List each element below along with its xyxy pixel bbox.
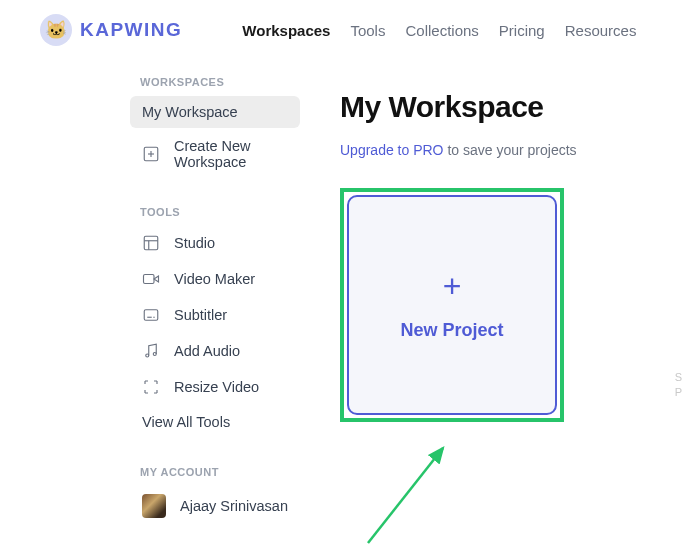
svg-point-12: [153, 353, 156, 356]
sidebar-item-add-audio[interactable]: Add Audio: [130, 334, 300, 368]
sidebar-item-label: Subtitler: [174, 307, 227, 323]
upgrade-link[interactable]: Upgrade to PRO: [340, 142, 444, 158]
video-icon: [142, 270, 160, 288]
cutoff-text: SP: [675, 370, 682, 401]
nav-tools[interactable]: Tools: [350, 22, 385, 39]
sidebar-section-workspaces: WORKSPACES: [140, 76, 300, 88]
sidebar-item-label: Add Audio: [174, 343, 240, 359]
upgrade-message: Upgrade to PRO to save your projects: [340, 142, 686, 158]
sidebar-item-resize-video[interactable]: Resize Video: [130, 370, 300, 404]
svg-point-11: [146, 354, 149, 357]
svg-rect-3: [144, 236, 158, 250]
avatar: [142, 494, 166, 518]
main-content: My Workspace Upgrade to PRO to save your…: [300, 76, 686, 528]
sidebar-section-tools: TOOLS: [140, 206, 300, 218]
sidebar-item-label: My Workspace: [142, 104, 238, 120]
sidebar: WORKSPACES My Workspace Create New Works…: [0, 76, 300, 528]
sidebar-item-view-all-tools[interactable]: View All Tools: [130, 406, 300, 438]
plus-icon: +: [443, 270, 462, 302]
sidebar-item-account[interactable]: Ajaay Srinivasan: [130, 486, 300, 526]
music-icon: [142, 342, 160, 360]
brand-logo[interactable]: 🐱 KAPWING: [40, 14, 182, 46]
subtitle-icon: [142, 306, 160, 324]
sidebar-item-label: Video Maker: [174, 271, 255, 287]
sidebar-item-subtitler[interactable]: Subtitler: [130, 298, 300, 332]
page-title: My Workspace: [340, 90, 686, 124]
nav-collections[interactable]: Collections: [405, 22, 478, 39]
sidebar-section-account: MY ACCOUNT: [140, 466, 300, 478]
resize-icon: [142, 378, 160, 396]
sidebar-item-studio[interactable]: Studio: [130, 226, 300, 260]
new-project-highlight: + New Project: [340, 188, 564, 422]
svg-rect-6: [144, 275, 155, 284]
top-navbar: 🐱 KAPWING Workspaces Tools Collections P…: [0, 0, 686, 56]
brand-name: KAPWING: [80, 19, 182, 41]
new-project-label: New Project: [400, 320, 503, 341]
sidebar-item-create-workspace[interactable]: Create New Workspace: [130, 130, 300, 178]
svg-rect-8: [144, 310, 158, 321]
layout-icon: [142, 234, 160, 252]
new-project-card[interactable]: + New Project: [347, 195, 557, 415]
sidebar-item-label: Studio: [174, 235, 215, 251]
sidebar-item-label: View All Tools: [142, 414, 230, 430]
nav-pricing[interactable]: Pricing: [499, 22, 545, 39]
svg-marker-7: [154, 276, 159, 282]
sidebar-item-label: Resize Video: [174, 379, 259, 395]
logo-icon: 🐱: [40, 14, 72, 46]
sidebar-item-label: Create New Workspace: [174, 138, 288, 170]
sidebar-item-my-workspace[interactable]: My Workspace: [130, 96, 300, 128]
nav-resources[interactable]: Resources: [565, 22, 637, 39]
nav-workspaces[interactable]: Workspaces: [242, 22, 330, 39]
user-name: Ajaay Srinivasan: [180, 498, 288, 514]
plus-square-icon: [142, 145, 160, 163]
sidebar-item-video-maker[interactable]: Video Maker: [130, 262, 300, 296]
primary-nav: Workspaces Tools Collections Pricing Res…: [242, 22, 636, 39]
upgrade-rest: to save your projects: [444, 142, 577, 158]
